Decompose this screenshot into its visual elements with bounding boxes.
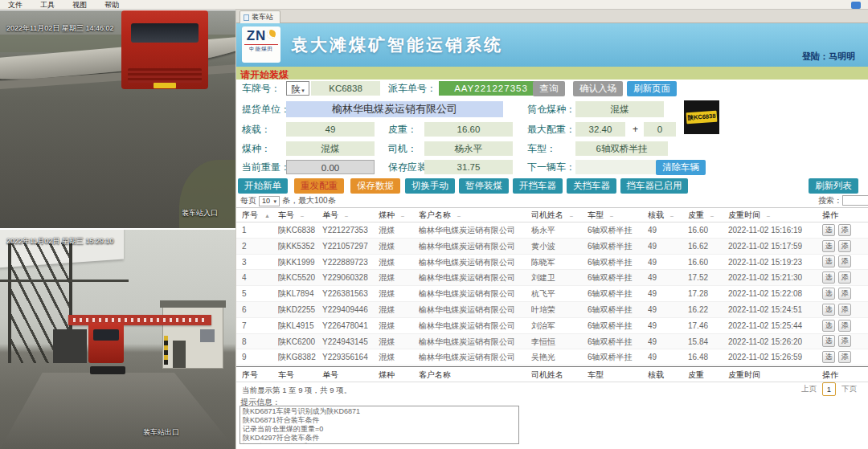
tare-field: 16.60	[424, 122, 513, 137]
table-cell: 陕KG8382	[278, 349, 322, 365]
tare-label: 皮重：	[388, 122, 417, 137]
select-row-button[interactable]: 选	[822, 255, 835, 267]
table-cell: 2022-11-02 15:19:23	[728, 255, 822, 270]
add-row-button[interactable]: 添	[838, 320, 851, 332]
add-row-button[interactable]: 添	[838, 351, 851, 363]
table-cell: 8	[242, 334, 278, 349]
app-window: 文件工具视图帮助 2022年11月02日 星期三 14:46:02 装车站入口 …	[0, 0, 868, 449]
select-row-button[interactable]: 选	[822, 271, 835, 284]
table-header-cell[interactable]: 皮重时间–	[728, 208, 822, 222]
table-row[interactable]: 3陕KK1999Y222889723混煤榆林华电煤炭运销有限公司陈晓军6轴双桥半…	[236, 255, 868, 271]
refresh-list-button[interactable]: 刷新列表	[809, 178, 858, 194]
select-row-button[interactable]: 选	[822, 335, 835, 347]
sort-icon: –	[610, 213, 613, 218]
table-cell: 黄小波	[531, 239, 588, 254]
log-textarea[interactable]	[240, 406, 519, 444]
table-header-cell[interactable]: 序号▲	[242, 208, 278, 222]
table-row[interactable]: 1陕KC6838Y221227353混煤榆林华电煤炭运销有限公司杨永平6轴双桥半…	[236, 222, 868, 239]
camera-scene	[0, 373, 235, 449]
table-header-cell[interactable]: 单号–	[322, 208, 379, 222]
save-data-button[interactable]: 保存数据	[350, 178, 400, 194]
table-header-cell[interactable]: 司机姓名–	[531, 208, 588, 222]
menu-item[interactable]: 视图	[72, 0, 87, 10]
close-blocker-button[interactable]: 关挡车器	[567, 178, 616, 194]
table-header-cell[interactable]: 核载–	[648, 208, 688, 222]
menu-item[interactable]: 工具	[40, 0, 55, 10]
new-order-button[interactable]: 开始新单	[238, 178, 288, 194]
table-cell: 2022-11-02 15:26:59	[728, 349, 822, 365]
camera-timestamp: 2022年11月02日 星期三 15:29:10	[6, 236, 113, 247]
table-header-cell[interactable]: 客户名称–	[419, 208, 531, 222]
add-row-button[interactable]: 添	[838, 335, 851, 347]
table-cell: 混煤	[379, 318, 419, 333]
table-cell: 混煤	[379, 239, 419, 254]
plate-number-input[interactable]: KC6838	[311, 81, 380, 96]
table-cell: 陈晓军	[531, 255, 588, 270]
blocker-enabled-button[interactable]: 挡车器已启用	[620, 178, 688, 194]
per-page-select[interactable]: 10 ▾	[259, 196, 280, 206]
pagination: 上页 1 下页	[801, 382, 857, 396]
refresh-page-button[interactable]: 刷新页面	[627, 81, 677, 96]
select-row-button[interactable]: 选	[822, 304, 835, 316]
next-page-link[interactable]: 下页	[841, 384, 857, 394]
switch-manual-button[interactable]: 切换手动	[405, 178, 455, 194]
table-row[interactable]: 5陕KL7894Y226381563混煤榆林华电煤炭运销有限公司杭飞平6轴双桥半…	[236, 286, 868, 302]
table-row[interactable]: 6陕KD2255Y229409446混煤榆林华电煤炭运销有限公司叶培荣6轴双桥半…	[236, 302, 868, 318]
plate-province-select[interactable]: 陕▾	[286, 81, 309, 96]
open-blocker-button[interactable]: 开挡车器	[513, 178, 563, 194]
table-header-cell[interactable]: 车型–	[588, 208, 648, 222]
table-cell: 49	[648, 255, 688, 270]
sort-icon: –	[457, 213, 461, 218]
add-row-button[interactable]: 添	[838, 255, 851, 267]
add-row-button[interactable]: 添	[838, 288, 851, 300]
clear-vehicle-button[interactable]: 清除车辆	[656, 160, 706, 175]
table-cell: 榆林华电煤炭运销有限公司	[419, 270, 531, 285]
table-cell: 49	[648, 318, 688, 333]
table-header-cell[interactable]: 车号–	[278, 208, 322, 222]
table-header-cell[interactable]: 煤种–	[379, 208, 419, 222]
table-cell: Y224943145	[322, 334, 379, 349]
camera-feed-exit[interactable]: 2022年11月02日 星期三 15:29:10 装车站出口	[0, 230, 235, 449]
table-header-cell[interactable]: 操作	[822, 208, 868, 222]
add-row-button[interactable]: 添	[838, 271, 851, 284]
resend-weight-button[interactable]: 重发配重	[294, 178, 344, 194]
menu-item[interactable]: 帮助	[104, 0, 119, 10]
select-row-button[interactable]: 选	[822, 351, 835, 363]
prev-page-link[interactable]: 上页	[801, 384, 817, 394]
table-cell: 混煤	[379, 222, 419, 238]
add-row-button[interactable]: 添	[838, 240, 851, 252]
table-row[interactable]: 4陕KC5520Y229060328混煤榆林华电煤炭运销有限公司刘建卫6轴双桥半…	[236, 270, 868, 286]
current-page-button[interactable]: 1	[822, 382, 836, 396]
select-row-button[interactable]: 选	[822, 320, 835, 332]
menu-item[interactable]: 文件	[8, 0, 23, 10]
select-row-button[interactable]: 选	[822, 240, 835, 252]
table-header-cell[interactable]: 皮重–	[688, 208, 728, 222]
extra-load-field[interactable]: 0	[644, 122, 676, 137]
table-cell: 2022-11-02 15:17:59	[728, 239, 822, 254]
table-row[interactable]: 9陕KG8382Y229356164混煤榆林华电煤炭运销有限公司吴艳光6轴双桥半…	[236, 349, 868, 365]
license-plate-text: 陕KC6838	[686, 111, 718, 124]
camera-feed-entrance[interactable]: 2022年11月02日 星期三 14:46:02 装车站入口	[0, 10, 235, 228]
dispatch-no-field[interactable]: AAY221227353	[439, 81, 543, 96]
table-cell: 榆林华电煤炭运销有限公司	[419, 255, 531, 270]
table-cell: 陕KC6200	[278, 334, 322, 349]
license-plate-photo: 陕KC6838	[684, 100, 719, 134]
table-cell: 2022-11-02 15:21:30	[728, 270, 822, 285]
table-cell: 6轴双桥半挂	[588, 302, 648, 317]
table-row[interactable]: 7陕KL4915Y226478041混煤榆林华电煤炭运销有限公司刘治军6轴双桥半…	[236, 318, 868, 334]
select-row-button[interactable]: 选	[822, 288, 835, 300]
query-button[interactable]: 查询	[533, 81, 565, 96]
search-input[interactable]	[842, 195, 868, 206]
confirm-entry-button[interactable]: 确认入场	[573, 81, 623, 96]
sort-icon: –	[301, 213, 304, 218]
add-row-button[interactable]: 添	[838, 224, 851, 236]
select-row-button[interactable]: 选	[822, 224, 835, 236]
table-row[interactable]: 8陕KC6200Y224943145混煤榆林华电煤炭运销有限公司李恒恒6轴双桥半…	[236, 334, 868, 350]
tab-loading-station[interactable]: 装车站	[240, 10, 280, 23]
table-cell: Y221227353	[322, 222, 379, 238]
row-actions: 选添	[822, 302, 868, 317]
camera-label: 装车站出口	[143, 427, 179, 438]
add-row-button[interactable]: 添	[838, 304, 851, 316]
table-row[interactable]: 2陕KK5352Y221057297混煤榆林华电煤炭运销有限公司黄小波6轴双桥半…	[236, 239, 868, 255]
pause-loading-button[interactable]: 暂停装煤	[459, 178, 509, 194]
